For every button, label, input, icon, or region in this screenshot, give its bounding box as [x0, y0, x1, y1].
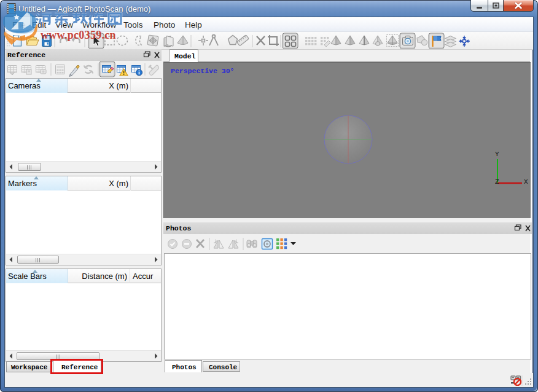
svg-text:Y: Y [495, 151, 499, 158]
svg-text:Z: Z [495, 178, 499, 186]
svg-text:X: X [524, 178, 528, 186]
